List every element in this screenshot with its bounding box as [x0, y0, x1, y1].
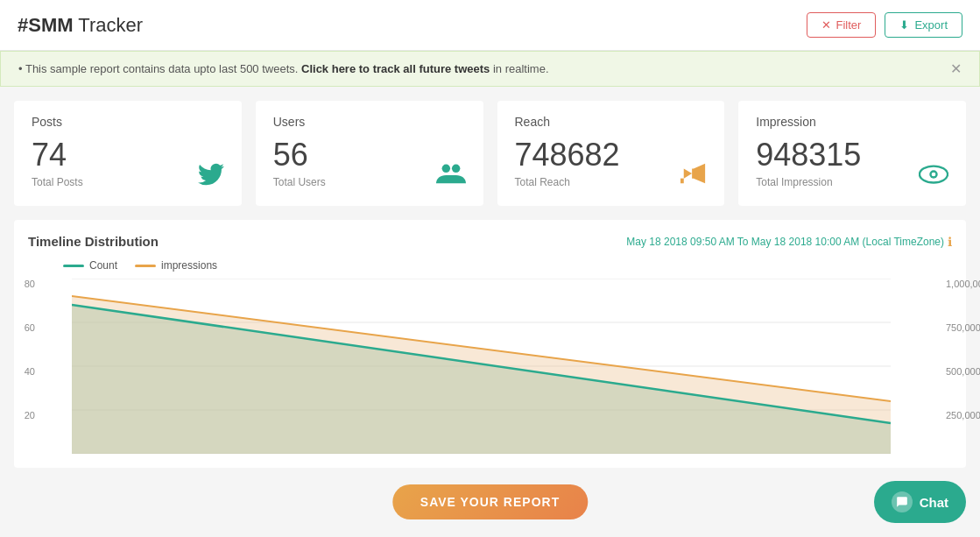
page-title: #SMM Tracker	[18, 14, 143, 37]
chart-area	[72, 279, 891, 454]
stat-value-posts: 74	[32, 138, 224, 173]
chart-header: Timeline Distribution May 18 2018 09:50 …	[28, 234, 952, 249]
chart-section: Timeline Distribution May 18 2018 09:50 …	[14, 220, 966, 468]
header: #SMM Tracker ✕ Filter ⬇ Export	[0, 0, 980, 51]
stat-label-users: Users	[273, 115, 466, 129]
legend-count-line	[63, 265, 84, 267]
chart-title: Timeline Distribution	[28, 234, 159, 249]
export-icon: ⬇	[899, 18, 909, 32]
legend-impressions-line	[135, 265, 156, 267]
stat-value-reach: 748682	[515, 138, 708, 173]
chat-button[interactable]: Chat	[874, 481, 966, 482]
chart-date-range: May 18 2018 09:50 AM To May 18 2018 10:0…	[626, 235, 952, 249]
alert-text: • This sample report contains data upto …	[18, 62, 549, 75]
stat-card-impression: Impression 948315 Total Impression	[738, 101, 966, 206]
stat-card-users: Users 56 Total Users	[256, 101, 483, 206]
alert-close-button[interactable]: ✕	[950, 60, 962, 77]
stat-card-posts: Posts 74 Total Posts	[14, 101, 242, 206]
users-icon	[436, 161, 466, 192]
info-icon: ℹ	[948, 235, 952, 249]
stat-label-reach: Reach	[515, 115, 708, 129]
chart-container: 80 60 40 20	[37, 279, 943, 454]
svg-point-0	[441, 165, 449, 173]
stat-sublabel-reach: Total Reach	[515, 176, 708, 188]
stat-label-impression: Impression	[756, 115, 948, 129]
chart-svg	[72, 279, 891, 454]
twitter-icon	[198, 163, 224, 192]
y-axis-right: 1,000,000 750,000 500,000 250,000	[946, 279, 980, 454]
header-actions: ✕ Filter ⬇ Export	[807, 12, 962, 38]
reach-icon	[680, 161, 707, 192]
alert-banner: • This sample report contains data upto …	[0, 51, 980, 87]
filter-button[interactable]: ✕ Filter	[807, 12, 877, 38]
filter-icon: ✕	[821, 18, 831, 32]
bullet-icon: •	[18, 62, 25, 75]
stats-row: Posts 74 Total Posts Users 56 Total User…	[0, 87, 980, 220]
stat-sublabel-posts: Total Posts	[32, 176, 224, 188]
alert-link[interactable]: Click here to track all future tweets	[301, 62, 490, 75]
stat-card-reach: Reach 748682 Total Reach	[497, 101, 725, 206]
svg-rect-2	[680, 179, 684, 184]
y-axis-left: 80 60 40 20	[4, 279, 35, 454]
eye-icon	[919, 163, 948, 192]
stat-label-posts: Posts	[32, 115, 224, 129]
chart-legend: Count impressions	[28, 259, 952, 272]
export-button[interactable]: ⬇ Export	[885, 12, 962, 38]
legend-impressions: impressions	[135, 259, 217, 272]
count-area	[72, 305, 891, 454]
svg-point-5	[932, 173, 936, 177]
svg-point-1	[451, 165, 459, 173]
legend-count: Count	[63, 259, 117, 272]
